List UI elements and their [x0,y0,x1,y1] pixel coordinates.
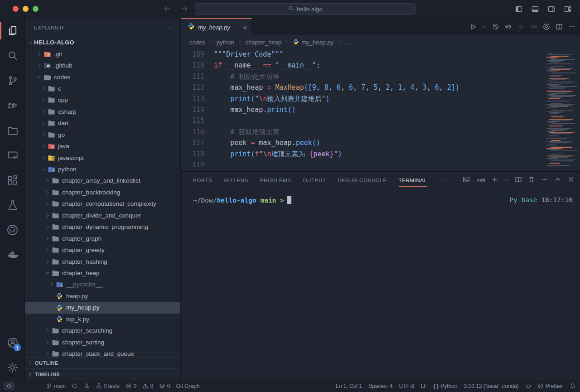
maximize-panel-button[interactable] [554,176,561,185]
launch-profile-dropdown[interactable] [504,176,509,184]
panel-tab-debug-console[interactable]: DEBUG CONSOLE [338,172,387,189]
status-0[interactable]: 0 [159,383,170,389]
folder-item-chapter-dynamic-programming[interactable]: chapter_dynamic_programming [25,221,180,232]
run-dropdown[interactable] [482,24,487,29]
status-gitlens[interactable] [84,383,90,389]
customize-layout-icon[interactable] [563,4,573,14]
code-line-115[interactable]: 115 [181,115,580,126]
code-editor[interactable]: 109"""Driver Code"""110if __name__ == "_… [181,49,580,171]
code-line-119[interactable]: 119 [181,160,580,170]
status-main[interactable]: main [46,383,66,389]
folder-item-java[interactable]: java [25,140,180,152]
status-spaces-4[interactable]: Spaces: 4 [368,383,392,389]
run-python-file-button[interactable] [469,23,477,30]
file-item-top-k-py[interactable]: top_k.py [25,314,180,325]
breadcrumb-item-python[interactable]: python [217,39,234,46]
folder-item-chapter-graph[interactable]: chapter_graph [25,232,180,244]
docker-activity-icon[interactable] [0,242,25,267]
code-line-117[interactable]: 117 peek = max_heap.peek() [181,137,580,148]
breadcrumb-item-codes[interactable]: codes [189,39,205,46]
folder-item-dart[interactable]: dart [25,117,180,129]
status-3-10-13-base-conda[interactable]: 3.10.13 ('base': conda) [464,383,518,389]
breadcrumb-item-my-heap-py[interactable]: my_heap.py [293,39,334,46]
source-control-activity-icon[interactable] [0,68,25,93]
split-terminal-button[interactable] [515,176,522,185]
breadcrumb-item-chapter-heap[interactable]: chapter_heap [246,39,282,46]
status-copilot[interactable] [525,383,532,389]
new-terminal-button[interactable] [491,176,498,185]
folder-item--github[interactable]: .github [25,60,180,71]
status-python[interactable]: { }Python [433,383,457,389]
status-utf-8[interactable]: UTF-8 [399,383,414,389]
extensions-activity-icon[interactable] [0,168,25,193]
section-outline[interactable]: OUTLINE [25,357,180,368]
toggle-panel-icon[interactable] [530,4,540,14]
editor-more-actions-button[interactable] [568,23,575,30]
file-item-my-heap-py[interactable]: my_heap.py [25,302,180,313]
status-git-graph[interactable]: Git Graph [176,383,199,389]
accounts-activity-icon[interactable]: 1 [0,330,25,355]
code-line-111[interactable]: 111 # 初始化大顶堆 [181,71,580,82]
chevron-right-icon[interactable] [36,51,43,57]
breadcrumb-item--[interactable]: ... [345,39,350,46]
terminal-icon[interactable] [463,176,470,185]
panel-tab-output[interactable]: OUTPUT [303,172,326,189]
folder-item-codes[interactable]: codes [25,71,180,82]
chevron-right-icon[interactable] [36,63,43,68]
kill-terminal-button[interactable] [528,176,535,185]
panel-tab-terminal[interactable]: TERMINAL [399,172,427,189]
code-line-110[interactable]: 110if __name__ == "__main__": [181,60,580,71]
panel-tabs-overflow-button[interactable]: ··· [439,177,448,184]
folder-item-chapter-greedy[interactable]: chapter_greedy [25,244,180,256]
minimize-window-button[interactable] [23,6,29,12]
folder-item-go[interactable]: go [25,129,180,140]
code-line-113[interactable]: 113 print("\n输入列表并建堆后") [181,93,580,104]
search-activity-icon[interactable] [0,43,25,68]
split-editor-button[interactable] [556,23,563,30]
status-0[interactable]: 0 [126,383,136,389]
folder-item--git[interactable]: .git [25,48,180,59]
zoom-window-button[interactable] [33,6,39,12]
terminal[interactable]: ~/Dow/hello-algo main > Py base 18:17:16 [181,189,580,204]
code-line-116[interactable]: 116 # 获取堆顶元素 [181,126,580,137]
folder-item-chapter-searching[interactable]: chapter_searching [25,325,180,336]
code-line-118[interactable]: 118 print(f"\n堆顶元素为 {peek}") [181,149,580,160]
command-center-search[interactable]: hello-algo [195,3,416,15]
tab-my-heap-py[interactable]: my_heap.py × [181,18,252,35]
github-activity-icon[interactable] [0,218,25,242]
workspace-root-hello-algo[interactable]: HELLO-ALGO [25,37,180,48]
folder-item-javascript[interactable]: JSjavascript [25,152,180,163]
explorer-activity-icon[interactable] [0,18,25,43]
minimap[interactable] [542,49,580,171]
folder-item-chapter-heap[interactable]: chapter_heap [25,267,180,279]
folder-item-chapter-backtracking[interactable]: chapter_backtracking [25,187,180,198]
folder-item-chapter-divide-and-conquer[interactable]: chapter_divide_and_conquer [25,210,180,221]
close-panel-button[interactable] [567,176,575,185]
project-manager-activity-icon[interactable] [0,118,25,143]
code-line-109[interactable]: 109"""Driver Code""" [181,49,580,60]
folder-item-csharp[interactable]: csharp [25,106,180,117]
remote-explorer-activity-icon[interactable] [0,143,25,168]
section-timeline[interactable]: TIMELINE [25,368,180,380]
status-lf[interactable]: LF [420,383,427,389]
toggle-secondary-sidebar-icon[interactable] [546,4,556,14]
run-and-debug-activity-icon[interactable] [0,93,25,118]
heatmap-icon[interactable] [517,23,525,30]
panel-tab-ports[interactable]: PORTS [193,172,212,189]
terminal-more-actions-button[interactable] [541,176,548,185]
panel-tab-problems[interactable]: PROBLEMS [260,172,291,189]
testing-activity-icon[interactable] [0,193,25,218]
folder-item-chapter-computational-complexity[interactable]: chapter_computational_complexity [25,198,180,209]
chevron-down-icon[interactable] [36,74,43,80]
file-item-heap-py[interactable]: heap.py [25,290,180,302]
status-0-tests[interactable]: 0 tests [96,383,120,389]
folder-item-chapter-hashing[interactable]: chapter_hashing [25,256,180,267]
chevron-down-icon[interactable] [27,40,34,45]
folder-item-python[interactable]: python [25,164,180,175]
status-0[interactable]: 0 [142,383,153,389]
settings-activity-icon[interactable] [0,355,25,380]
close-window-button[interactable] [13,6,19,12]
folder-item-cpp[interactable]: cpp [25,94,180,106]
toggle-primary-sidebar-icon[interactable] [514,4,524,14]
code-line-112[interactable]: 112 max_heap = MaxHeap([9, 8, 6, 6, 7, 5… [181,82,580,93]
